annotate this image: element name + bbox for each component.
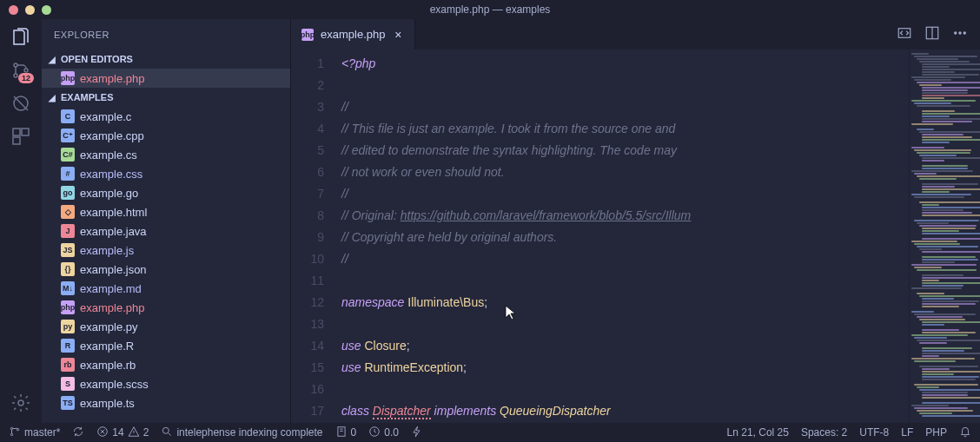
py-file-icon: py — [61, 320, 75, 333]
go-file-icon: go — [61, 186, 75, 200]
sidebar-title: EXPLORER — [42, 19, 290, 49]
file-item-md[interactable]: M↓example.md — [42, 279, 290, 298]
settings-gear-icon[interactable] — [10, 392, 32, 414]
section-label: EXAMPLES — [61, 92, 114, 102]
warning-count: 2 — [143, 426, 149, 439]
svg-point-1 — [14, 74, 17, 77]
file-item-scss[interactable]: Sexample.scss — [42, 374, 290, 393]
section-examples[interactable]: ◢ EXAMPLES — [42, 88, 290, 107]
error-count: 14 — [112, 426, 123, 439]
file-item-php[interactable]: phpexample.php — [42, 298, 290, 317]
notebook-status[interactable]: 0 — [335, 426, 357, 440]
debug-icon[interactable] — [10, 92, 32, 115]
git-branch[interactable]: master* — [9, 426, 60, 440]
timer-status[interactable]: 0.0 — [368, 426, 399, 440]
svg-point-14 — [10, 433, 12, 435]
minimize-window-button[interactable] — [25, 5, 35, 15]
titlebar: example.php — examples — [0, 0, 980, 19]
file-label: example.py — [80, 320, 137, 333]
svg-point-15 — [17, 428, 18, 430]
notebook-icon — [335, 426, 348, 440]
close-window-button[interactable] — [9, 5, 18, 15]
split-editor-icon[interactable] — [924, 25, 940, 44]
lightning-status[interactable] — [411, 426, 423, 440]
php-file-icon: php — [301, 29, 314, 41]
html-file-icon: ◇ — [61, 205, 75, 219]
language-mode[interactable]: PHP — [925, 426, 947, 439]
search-icon — [161, 426, 173, 440]
file-item-c[interactable]: Cexample.c — [42, 107, 290, 126]
file-label: example.scss — [80, 378, 149, 391]
file-label: example.c — [80, 110, 131, 123]
notifications-button[interactable] — [959, 426, 971, 440]
file-label: example.md — [80, 282, 142, 295]
c-file-icon: C — [61, 109, 75, 123]
file-item-py[interactable]: pyexample.py — [42, 317, 290, 336]
file-label: example.json — [80, 263, 147, 276]
explorer-icon[interactable] — [10, 26, 32, 49]
more-actions-icon[interactable] — [952, 25, 968, 44]
status-message[interactable]: intelephense indexing complete — [161, 426, 322, 440]
file-item-go[interactable]: goexample.go — [42, 183, 290, 202]
md-file-icon: M↓ — [61, 281, 75, 295]
tab-example-php[interactable]: php example.php × — [291, 19, 415, 49]
svg-point-12 — [963, 31, 965, 33]
file-item-js[interactable]: JSexample.js — [42, 241, 290, 260]
cpp-file-icon: C⁺ — [61, 129, 75, 142]
window-title: example.php — examples — [430, 3, 551, 16]
file-item-css[interactable]: #example.css — [42, 164, 290, 183]
scss-file-icon: S — [61, 377, 75, 391]
clock-icon — [368, 426, 381, 440]
status-text: intelephense indexing complete — [176, 426, 322, 439]
file-label: example.go — [80, 187, 138, 200]
cursor-position[interactable]: Ln 21, Col 25 — [727, 426, 789, 439]
eol[interactable]: LF — [901, 426, 913, 439]
file-item-cs[interactable]: C#example.cs — [42, 145, 290, 164]
tab-label: example.php — [321, 28, 385, 41]
file-item-json[interactable]: {}example.json — [42, 260, 290, 279]
branch-icon — [9, 426, 21, 440]
problems[interactable]: 14 2 — [96, 426, 149, 440]
file-label: example.php — [80, 72, 144, 85]
php-file-icon: php — [61, 300, 75, 314]
php-file-icon: php — [61, 71, 75, 85]
file-item-java[interactable]: Jexample.java — [42, 221, 290, 241]
minimap[interactable] — [909, 49, 980, 423]
json-file-icon: {} — [61, 262, 75, 276]
encoding[interactable]: UTF-8 — [859, 426, 889, 439]
file-item-r[interactable]: Rexample.R — [42, 336, 290, 355]
file-label: example.html — [80, 206, 147, 219]
maximize-window-button[interactable] — [42, 5, 51, 15]
file-item-rb[interactable]: rbexample.rb — [42, 355, 290, 374]
svg-point-13 — [10, 427, 12, 429]
file-item-cpp[interactable]: C⁺example.cpp — [42, 126, 290, 145]
file-label: example.rb — [80, 359, 136, 372]
svg-rect-4 — [13, 129, 20, 135]
extensions-icon[interactable] — [10, 125, 32, 148]
css-file-icon: # — [61, 167, 75, 181]
js-file-icon: JS — [61, 243, 75, 257]
section-label: OPEN EDITORS — [61, 54, 133, 64]
code-content: <?php //// This file is just an example.… — [341, 49, 909, 423]
activity-bar: 12 — [0, 19, 42, 423]
tab-bar: php example.php × — [291, 19, 980, 49]
file-item-ts[interactable]: TSexample.ts — [42, 393, 290, 412]
traffic-lights — [9, 5, 51, 15]
svg-rect-6 — [13, 137, 20, 144]
open-changes-icon[interactable] — [897, 25, 912, 44]
indent-setting[interactable]: Spaces: 2 — [801, 426, 847, 439]
open-editor-item[interactable]: php example.php — [42, 69, 290, 88]
code-editor[interactable]: 1234567891011121314151617 <?php //// Thi… — [291, 49, 980, 423]
close-icon[interactable]: × — [392, 29, 404, 41]
file-label: example.R — [80, 340, 134, 353]
section-open-editors[interactable]: ◢ OPEN EDITORS — [42, 49, 290, 69]
svg-point-0 — [14, 63, 17, 67]
file-label: example.cs — [80, 148, 137, 162]
file-item-html[interactable]: ◇example.html — [42, 202, 290, 221]
file-label: example.cpp — [80, 129, 144, 142]
sync-button[interactable] — [72, 426, 84, 440]
svg-point-17 — [163, 427, 169, 433]
source-control-icon[interactable]: 12 — [10, 59, 32, 82]
svg-point-7 — [18, 400, 23, 406]
statusbar: master* 14 2 intelephense indexing compl… — [0, 423, 980, 442]
